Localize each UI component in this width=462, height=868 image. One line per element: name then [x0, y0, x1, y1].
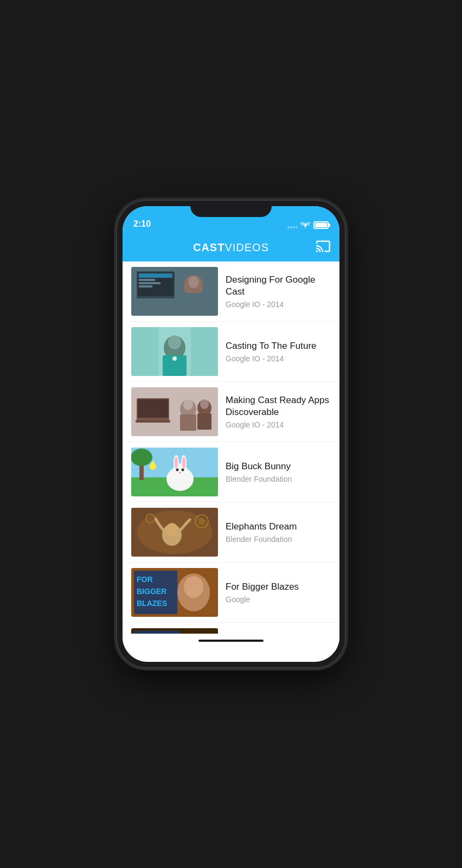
list-item[interactable]: Big Buck Bunny Blender Foundation [123, 442, 339, 502]
svg-point-59 [184, 576, 203, 598]
video-title: For Bigger Blazes [226, 581, 331, 593]
video-title: Casting To The Future [226, 340, 331, 352]
cast-icon [316, 239, 331, 254]
video-info: Casting To The Future Google IO - 2014 [218, 340, 331, 363]
svg-point-44 [182, 469, 184, 471]
svg-point-42 [182, 457, 185, 469]
thumbnail-svg [131, 387, 218, 436]
video-info: Designing For Google Cast Google IO - 20… [218, 274, 331, 309]
svg-rect-16 [131, 327, 158, 376]
svg-point-19 [168, 335, 181, 349]
svg-point-47 [151, 461, 155, 467]
svg-rect-29 [180, 414, 196, 431]
video-thumbnail: FOR BIGGER ESCAPES [131, 628, 218, 634]
svg-point-2 [293, 226, 295, 228]
svg-rect-68 [134, 631, 180, 634]
signal-icon [287, 222, 297, 228]
svg-rect-25 [138, 399, 168, 418]
svg-text:FOR: FOR [137, 575, 153, 584]
phone-screen: 2:10 [123, 206, 339, 662]
list-item[interactable]: FOR BIGGER ESCAPES For Bigger Escape Goo… [123, 623, 339, 634]
list-item[interactable]: Elephants Dream Blender Foundation [123, 502, 339, 563]
video-thumbnail [131, 327, 218, 376]
svg-rect-10 [139, 285, 152, 288]
list-item[interactable]: Designing For Google Cast Google IO - 20… [123, 261, 339, 322]
phone-frame: 2:10 [117, 201, 345, 667]
svg-rect-7 [139, 273, 172, 278]
video-title: Designing For Google Cast [226, 274, 331, 298]
video-subtitle: Google IO - 2014 [226, 354, 331, 363]
svg-text:BIGGER: BIGGER [137, 587, 166, 596]
svg-point-3 [296, 226, 297, 228]
list-item[interactable]: FOR BIGGER BLAZES For Bigger Blazes Goog… [123, 563, 339, 623]
svg-rect-8 [139, 279, 155, 281]
svg-point-0 [287, 226, 290, 228]
video-list: Designing For Google Cast Google IO - 20… [123, 261, 339, 634]
video-subtitle: Google [226, 595, 331, 604]
thumbnail-svg: FOR BIGGER BLAZES [131, 568, 218, 617]
svg-rect-32 [197, 413, 211, 430]
video-info: Elephants Dream Blender Foundation [218, 521, 331, 544]
status-time: 2:10 [133, 219, 287, 229]
svg-point-28 [183, 399, 193, 410]
svg-point-21 [172, 356, 177, 361]
thumbnail-svg: FOR BIGGER ESCAPES [131, 628, 218, 634]
svg-point-45 [179, 472, 181, 474]
video-thumbnail: FOR BIGGER BLAZES [131, 568, 218, 617]
svg-point-41 [175, 457, 178, 469]
app-title: CASTVIDEOS [193, 241, 269, 254]
svg-point-52 [166, 523, 178, 536]
svg-rect-26 [136, 420, 170, 423]
svg-point-31 [200, 399, 209, 409]
thumbnail-svg [131, 508, 218, 557]
thumbnail-svg [131, 267, 218, 316]
video-thumbnail [131, 267, 218, 316]
video-title: Making Cast Ready Apps Discoverable [226, 394, 331, 418]
video-thumbnail [131, 387, 218, 436]
notch [190, 201, 272, 217]
svg-rect-13 [184, 293, 203, 309]
app-title-light: VIDEOS [224, 241, 269, 253]
bottom-bar [123, 634, 339, 652]
video-info: Big Buck Bunny Blender Foundation [218, 461, 331, 483]
thumbnail-svg [131, 448, 218, 496]
wifi-icon [300, 221, 310, 229]
battery-icon [313, 221, 329, 229]
video-title: Elephants Dream [226, 521, 331, 533]
video-subtitle: Blender Foundation [226, 535, 331, 544]
video-thumbnail [131, 508, 218, 557]
svg-point-12 [188, 276, 199, 288]
svg-point-54 [198, 518, 205, 525]
video-subtitle: Google IO - 2014 [226, 300, 331, 309]
video-subtitle: Google IO - 2014 [226, 420, 331, 429]
list-item[interactable]: Making Cast Ready Apps Discoverable Goog… [123, 382, 339, 442]
thumbnail-svg [131, 327, 218, 376]
svg-point-43 [176, 469, 179, 471]
home-indicator [198, 640, 264, 642]
status-icons [287, 221, 329, 229]
app-header: CASTVIDEOS [123, 233, 339, 261]
video-info: Making Cast Ready Apps Discoverable Goog… [218, 394, 331, 429]
list-item[interactable]: Casting To The Future Google IO - 2014 [123, 322, 339, 382]
svg-point-36 [131, 449, 152, 466]
video-subtitle: Blender Foundation [226, 475, 331, 483]
svg-point-1 [290, 226, 292, 228]
svg-rect-9 [139, 282, 161, 284]
video-info: For Bigger Blazes Google [218, 581, 331, 604]
svg-text:BLAZES: BLAZES [137, 599, 167, 608]
cast-button[interactable] [316, 239, 331, 256]
app-title-bold: CAST [193, 241, 224, 253]
svg-rect-17 [191, 327, 218, 376]
video-thumbnail [131, 448, 218, 496]
video-title: Big Buck Bunny [226, 461, 331, 473]
